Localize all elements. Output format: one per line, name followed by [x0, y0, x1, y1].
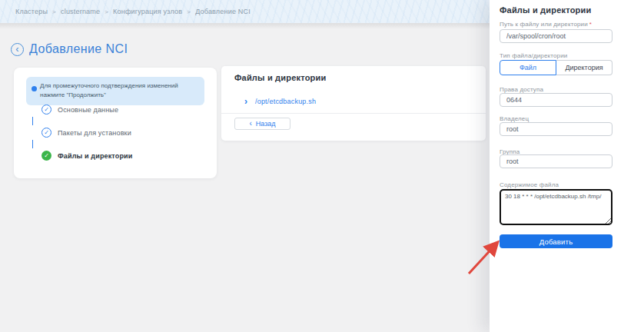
breadcrumb-item-node-config[interactable]: Конфигурация узлов: [113, 8, 182, 15]
step-connector: [32, 140, 33, 148]
permissions-input[interactable]: [500, 93, 612, 107]
type-toggle: Файл Директория: [500, 60, 612, 75]
page-title: Добавление NCI: [29, 42, 128, 56]
info-banner-text: Для промежуточного подтверждения изменен…: [40, 82, 178, 98]
chevron-right-icon: ›: [244, 97, 247, 106]
check-circle-icon: ✓: [41, 105, 51, 115]
back-button[interactable]: ‹ Назад: [234, 118, 290, 130]
chevron-left-icon: ‹: [249, 120, 251, 128]
breadcrumb-separator: >: [187, 8, 191, 15]
breadcrumb: Кластеры > clustername > Конфигурация уз…: [15, 8, 251, 15]
owner-label: Владелец: [500, 115, 612, 122]
breadcrumb-item-clusters[interactable]: Кластеры: [15, 8, 48, 15]
file-expand-row[interactable]: › /opt/etcdbackup.sh: [244, 97, 316, 106]
breadcrumb-separator: >: [52, 8, 56, 15]
step-label: Пакеты для установки: [58, 129, 131, 137]
step-packages[interactable]: ✓ Пакеты для установки: [41, 128, 131, 138]
step-connector: [32, 117, 33, 125]
file-path-link[interactable]: /opt/etcdbackup.sh: [255, 98, 316, 105]
path-label-text: Путь к файлу или директории: [500, 21, 588, 28]
step-files-directories[interactable]: ✓ Файлы и директории: [41, 151, 132, 161]
check-circle-icon: ✓: [41, 128, 51, 138]
back-button-label: Назад: [256, 120, 276, 128]
type-label: Тип файла/директории: [500, 52, 612, 59]
card-title: Файлы и директории: [234, 73, 326, 82]
drawer-title: Файлы и директории: [500, 5, 612, 15]
divider: [221, 113, 486, 114]
breadcrumb-item-add-nci: Добавление NCI: [195, 8, 251, 15]
add-file-drawer: Файлы и директории Путь к файлу или дире…: [490, 0, 644, 332]
info-dot-icon: [32, 86, 37, 91]
add-button[interactable]: Добавить: [500, 234, 612, 248]
path-input[interactable]: [500, 29, 612, 43]
file-content-textarea[interactable]: 30 18 * * * /opt/etcdbackup.sh /tmp/: [500, 189, 612, 225]
step-label: Файлы и директории: [58, 152, 132, 160]
step-label: Основные данные: [58, 106, 118, 114]
back-circle-icon[interactable]: ‹: [11, 43, 24, 56]
path-label: Путь к файлу или директории*: [500, 21, 612, 28]
info-banner: Для промежуточного подтверждения изменен…: [26, 77, 204, 105]
breadcrumb-separator: >: [105, 8, 108, 15]
stepper-card: Для промежуточного подтверждения изменен…: [14, 68, 217, 178]
type-option-directory[interactable]: Директория: [556, 60, 612, 75]
owner-input[interactable]: [500, 122, 612, 136]
required-asterisk: *: [589, 21, 592, 28]
group-input[interactable]: [500, 154, 612, 168]
check-circle-icon-green: ✓: [41, 151, 51, 161]
type-option-file[interactable]: Файл: [500, 60, 556, 75]
permissions-label: Права доступа: [500, 86, 612, 93]
files-directories-card: Файлы и директории › /opt/etcdbackup.sh …: [221, 66, 486, 141]
breadcrumb-item-clustername[interactable]: clustername: [61, 8, 100, 15]
file-content-label: Содержимое файла: [500, 181, 612, 188]
step-main-data[interactable]: ✓ Основные данные: [41, 105, 118, 115]
